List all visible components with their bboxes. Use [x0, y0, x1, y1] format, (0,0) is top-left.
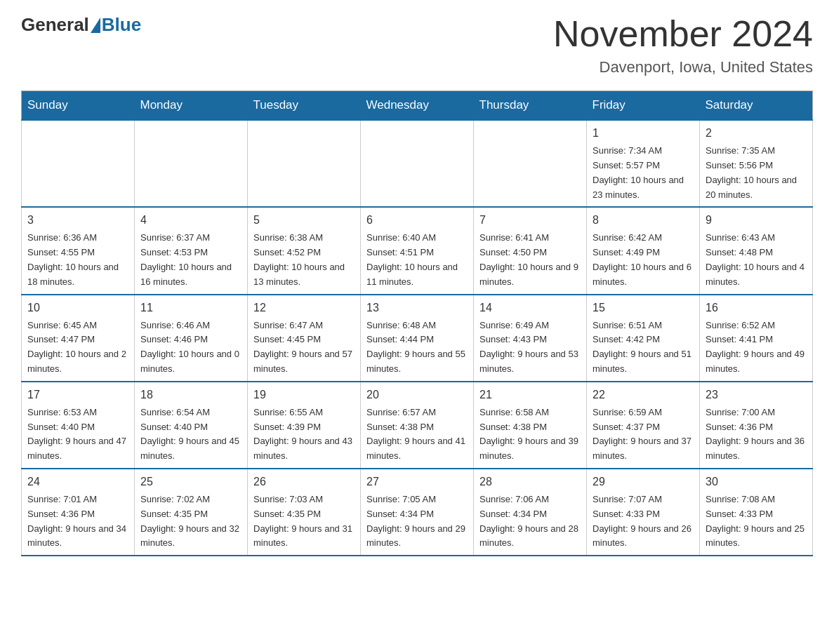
- day-info: Sunrise: 7:34 AMSunset: 5:57 PMDaylight:…: [593, 144, 694, 202]
- day-number: 1: [593, 125, 694, 142]
- logo-triangle-icon: [91, 18, 100, 33]
- day-number: 26: [253, 474, 355, 490]
- day-info: Sunrise: 6:58 AMSunset: 4:38 PMDaylight:…: [479, 405, 581, 464]
- calendar-week-row: 24Sunrise: 7:01 AMSunset: 4:36 PMDayligh…: [22, 469, 813, 556]
- calendar-week-row: 1Sunrise: 7:34 AMSunset: 5:57 PMDaylight…: [22, 120, 813, 207]
- calendar-cell: 22Sunrise: 6:59 AMSunset: 4:37 PMDayligh…: [587, 382, 700, 469]
- day-info: Sunrise: 6:52 AMSunset: 4:41 PMDaylight:…: [706, 318, 807, 377]
- calendar-cell: 21Sunrise: 6:58 AMSunset: 4:38 PMDayligh…: [474, 382, 587, 469]
- calendar-cell: 8Sunrise: 6:42 AMSunset: 4:49 PMDaylight…: [587, 207, 700, 294]
- day-number: 23: [706, 387, 807, 403]
- calendar-cell: 14Sunrise: 6:49 AMSunset: 4:43 PMDayligh…: [474, 295, 587, 382]
- day-info: Sunrise: 6:36 AMSunset: 4:55 PMDaylight:…: [27, 231, 128, 289]
- day-number: 28: [479, 474, 581, 490]
- day-info: Sunrise: 7:35 AMSunset: 5:56 PMDaylight:…: [706, 144, 807, 202]
- calendar-cell: 30Sunrise: 7:08 AMSunset: 4:33 PMDayligh…: [700, 469, 813, 556]
- day-number: 20: [366, 387, 468, 403]
- day-number: 2: [706, 125, 807, 142]
- calendar-cell: 26Sunrise: 7:03 AMSunset: 4:35 PMDayligh…: [248, 469, 361, 556]
- column-header-thursday: Thursday: [474, 91, 587, 121]
- day-info: Sunrise: 6:42 AMSunset: 4:49 PMDaylight:…: [593, 231, 694, 289]
- day-number: 5: [253, 212, 355, 229]
- page-header: General Blue November 2024 Davenport, Io…: [21, 14, 813, 76]
- day-number: 24: [27, 474, 128, 490]
- day-info: Sunrise: 6:37 AMSunset: 4:53 PMDaylight:…: [140, 231, 241, 289]
- calendar-cell: 16Sunrise: 6:52 AMSunset: 4:41 PMDayligh…: [700, 295, 813, 382]
- day-number: 9: [706, 212, 807, 229]
- calendar-cell: [361, 120, 474, 207]
- calendar-cell: 4Sunrise: 6:37 AMSunset: 4:53 PMDaylight…: [135, 207, 248, 294]
- calendar-cell: [474, 120, 587, 207]
- calendar-cell: 19Sunrise: 6:55 AMSunset: 4:39 PMDayligh…: [248, 382, 361, 469]
- day-number: 13: [366, 300, 468, 316]
- calendar-cell: 11Sunrise: 6:46 AMSunset: 4:46 PMDayligh…: [135, 295, 248, 382]
- day-number: 4: [140, 212, 241, 229]
- title-area: November 2024 Davenport, Iowa, United St…: [553, 14, 813, 76]
- calendar-cell: 1Sunrise: 7:34 AMSunset: 5:57 PMDaylight…: [587, 120, 700, 207]
- day-info: Sunrise: 6:49 AMSunset: 4:43 PMDaylight:…: [479, 318, 581, 377]
- calendar-cell: 24Sunrise: 7:01 AMSunset: 4:36 PMDayligh…: [22, 469, 135, 556]
- day-number: 11: [140, 300, 241, 316]
- day-info: Sunrise: 7:02 AMSunset: 4:35 PMDaylight:…: [140, 492, 241, 551]
- day-number: 27: [366, 474, 468, 490]
- day-info: Sunrise: 6:51 AMSunset: 4:42 PMDaylight:…: [593, 318, 694, 377]
- day-info: Sunrise: 7:00 AMSunset: 4:36 PMDaylight:…: [706, 405, 807, 464]
- day-info: Sunrise: 6:54 AMSunset: 4:40 PMDaylight:…: [140, 405, 241, 464]
- day-number: 17: [27, 387, 128, 403]
- calendar-cell: 5Sunrise: 6:38 AMSunset: 4:52 PMDaylight…: [248, 207, 361, 294]
- calendar-cell: 25Sunrise: 7:02 AMSunset: 4:35 PMDayligh…: [135, 469, 248, 556]
- day-number: 22: [593, 387, 694, 403]
- calendar-cell: 6Sunrise: 6:40 AMSunset: 4:51 PMDaylight…: [361, 207, 474, 294]
- day-info: Sunrise: 6:45 AMSunset: 4:47 PMDaylight:…: [27, 318, 128, 377]
- calendar-cell: 13Sunrise: 6:48 AMSunset: 4:44 PMDayligh…: [361, 295, 474, 382]
- day-info: Sunrise: 6:55 AMSunset: 4:39 PMDaylight:…: [253, 405, 355, 464]
- calendar-cell: 20Sunrise: 6:57 AMSunset: 4:38 PMDayligh…: [361, 382, 474, 469]
- calendar-cell: 27Sunrise: 7:05 AMSunset: 4:34 PMDayligh…: [361, 469, 474, 556]
- day-number: 14: [479, 300, 581, 316]
- calendar-cell: 28Sunrise: 7:06 AMSunset: 4:34 PMDayligh…: [474, 469, 587, 556]
- day-info: Sunrise: 7:06 AMSunset: 4:34 PMDaylight:…: [479, 492, 581, 551]
- day-number: 21: [479, 387, 581, 403]
- day-number: 12: [253, 300, 355, 316]
- calendar-week-row: 17Sunrise: 6:53 AMSunset: 4:40 PMDayligh…: [22, 382, 813, 469]
- day-number: 8: [593, 212, 694, 229]
- day-number: 18: [140, 387, 241, 403]
- calendar-cell: 17Sunrise: 6:53 AMSunset: 4:40 PMDayligh…: [22, 382, 135, 469]
- calendar-header-row: SundayMondayTuesdayWednesdayThursdayFrid…: [22, 91, 813, 121]
- calendar-cell: 15Sunrise: 6:51 AMSunset: 4:42 PMDayligh…: [587, 295, 700, 382]
- day-number: 6: [366, 212, 468, 229]
- column-header-monday: Monday: [135, 91, 248, 121]
- day-info: Sunrise: 6:57 AMSunset: 4:38 PMDaylight:…: [366, 405, 468, 464]
- day-info: Sunrise: 7:03 AMSunset: 4:35 PMDaylight:…: [253, 492, 355, 551]
- calendar-week-row: 3Sunrise: 6:36 AMSunset: 4:55 PMDaylight…: [22, 207, 813, 294]
- day-number: 19: [253, 387, 355, 403]
- day-number: 30: [706, 474, 807, 490]
- calendar-cell: 12Sunrise: 6:47 AMSunset: 4:45 PMDayligh…: [248, 295, 361, 382]
- day-info: Sunrise: 6:43 AMSunset: 4:48 PMDaylight:…: [706, 231, 807, 289]
- day-info: Sunrise: 7:07 AMSunset: 4:33 PMDaylight:…: [593, 492, 694, 551]
- calendar-cell: 18Sunrise: 6:54 AMSunset: 4:40 PMDayligh…: [135, 382, 248, 469]
- day-info: Sunrise: 7:08 AMSunset: 4:33 PMDaylight:…: [706, 492, 807, 551]
- day-info: Sunrise: 6:38 AMSunset: 4:52 PMDaylight:…: [253, 231, 355, 289]
- calendar-cell: 9Sunrise: 6:43 AMSunset: 4:48 PMDaylight…: [700, 207, 813, 294]
- day-info: Sunrise: 6:47 AMSunset: 4:45 PMDaylight:…: [253, 318, 355, 377]
- calendar-cell: 29Sunrise: 7:07 AMSunset: 4:33 PMDayligh…: [587, 469, 700, 556]
- day-number: 7: [479, 212, 581, 229]
- day-info: Sunrise: 6:40 AMSunset: 4:51 PMDaylight:…: [366, 231, 468, 289]
- day-info: Sunrise: 6:41 AMSunset: 4:50 PMDaylight:…: [479, 231, 581, 289]
- day-info: Sunrise: 6:48 AMSunset: 4:44 PMDaylight:…: [366, 318, 468, 377]
- calendar-cell: 2Sunrise: 7:35 AMSunset: 5:56 PMDaylight…: [700, 120, 813, 207]
- calendar-week-row: 10Sunrise: 6:45 AMSunset: 4:47 PMDayligh…: [22, 295, 813, 382]
- logo-blue-text: Blue: [102, 14, 141, 36]
- logo: General Blue: [21, 14, 141, 36]
- calendar-cell: 10Sunrise: 6:45 AMSunset: 4:47 PMDayligh…: [22, 295, 135, 382]
- location-title: Davenport, Iowa, United States: [553, 58, 813, 76]
- column-header-friday: Friday: [587, 91, 700, 121]
- calendar-cell: 7Sunrise: 6:41 AMSunset: 4:50 PMDaylight…: [474, 207, 587, 294]
- calendar-cell: [135, 120, 248, 207]
- logo-general-text: General: [21, 14, 89, 36]
- calendar-cell: [248, 120, 361, 207]
- column-header-wednesday: Wednesday: [361, 91, 474, 121]
- column-header-sunday: Sunday: [22, 91, 135, 121]
- day-number: 16: [706, 300, 807, 316]
